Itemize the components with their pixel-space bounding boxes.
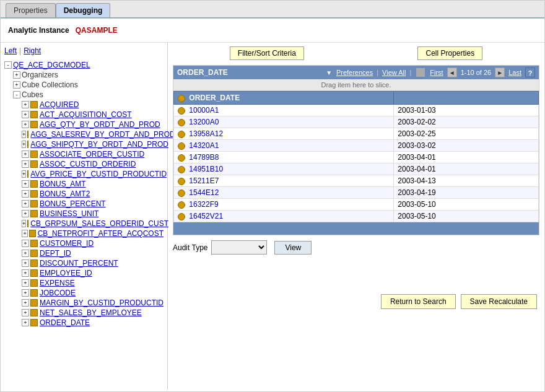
tree-item-bonus-amt2[interactable]: + BONUS_AMT2 (4, 189, 164, 199)
row-id-cell[interactable]: 14951B10 (174, 163, 394, 175)
tree-item-expense[interactable]: + EXPENSE (4, 278, 164, 288)
tree-expand-collections[interactable]: + (13, 81, 20, 89)
row-id-cell[interactable]: 16452V21 (174, 211, 394, 222)
tree-expand-bonus-pct[interactable]: + (22, 200, 29, 207)
tree-expand-organizers[interactable]: + (13, 71, 20, 79)
tree-item-cb-netprofit[interactable]: + CB_NETPROFIT_AFTER_ACQCOST (4, 229, 164, 238)
tree-act-label[interactable]: ACT_ACQUISITION_COST (40, 110, 132, 119)
tree-expand-assoc-cust[interactable]: + (22, 160, 29, 168)
prev-page-button[interactable]: ◄ (447, 68, 457, 77)
tree-item-agg-ship[interactable]: + AGG_SHIPQTY_BY_ORDT_AND_PROD (4, 139, 164, 149)
tree-item-jobcode[interactable]: + JOBCODE (4, 288, 164, 298)
tree-expense-label[interactable]: EXPENSE (40, 279, 75, 287)
row-id-cell[interactable]: 14320A1 (174, 140, 394, 152)
tree-agg-sales-label[interactable]: AGG_SALESREV_BY_ORDT_AND_PROD (30, 130, 175, 139)
tree-item-business-unit[interactable]: + BUSINESS_UNIT (4, 209, 164, 219)
tree-expand-customer-id[interactable]: + (22, 240, 29, 247)
tree-expand-discount-pct[interactable]: + (22, 259, 29, 267)
tree-cb-netprofit-label[interactable]: CB_NETPROFIT_AFTER_ACQCOST (38, 229, 164, 238)
tree-order-date-label[interactable]: ORDER_DATE (40, 318, 90, 327)
tree-item-discount-pct[interactable]: + DISCOUNT_PERCENT (4, 258, 164, 268)
row-id-value[interactable]: 13958A12 (189, 129, 223, 138)
tree-net-sales-label[interactable]: NET_SALES_BY_EMPLOYEE (40, 308, 142, 317)
row-id-value[interactable]: 15211E7 (189, 176, 219, 185)
next-page-button[interactable]: ► (495, 68, 505, 77)
row-id-cell[interactable]: 15211E7 (174, 175, 394, 187)
tree-dept-id-label[interactable]: DEPT_ID (40, 249, 71, 258)
save-recalculate-button[interactable]: Save Recalculate (461, 294, 537, 309)
tree-item-organizers[interactable]: + Organizers (4, 70, 164, 80)
preferences-link[interactable]: Preferences (336, 69, 373, 76)
left-tab[interactable]: Left (4, 46, 17, 55)
tree-item-order-date[interactable]: + ORDER_DATE (4, 318, 164, 328)
tree-item-avg-price[interactable]: + AVG_PRICE_BY_CUSTID_PRODUCTID (4, 169, 164, 179)
tree-expand-cb-netprofit[interactable]: + (22, 230, 28, 237)
tree-expand-cubes[interactable]: - (13, 91, 20, 98)
right-tab[interactable]: Right (24, 46, 41, 55)
tree-expand-business-unit[interactable]: + (22, 210, 29, 217)
tree-expand-bonus-amt[interactable]: + (22, 180, 29, 188)
tree-assoc-order-label[interactable]: ASSOCIATE_ORDER_CUSTID (40, 150, 144, 159)
tree-bonus-amt2-label[interactable]: BONUS_AMT2 (40, 189, 90, 198)
tree-expand-net-sales[interactable]: + (22, 309, 29, 316)
view-all-link[interactable]: View All (382, 69, 406, 76)
tree-jobcode-label[interactable]: JOBCODE (40, 289, 76, 297)
tree-item-margin[interactable]: + MARGIN_BY_CUSTID_PRODUCTID (4, 298, 164, 308)
tree-expand-margin[interactable]: + (22, 299, 29, 307)
tree-expand-order-date[interactable]: + (22, 319, 29, 326)
row-id-value[interactable]: 16322F9 (189, 200, 218, 209)
row-id-value[interactable]: 14951B10 (189, 165, 223, 173)
tree-item-bonus-pct[interactable]: + BONUS_PERCENT (4, 199, 164, 209)
tree-item-assoc-order[interactable]: + ASSOCIATE_ORDER_CUSTID (4, 149, 164, 159)
tree-expand-cb-grpsum[interactable]: + (22, 220, 26, 227)
row-id-cell[interactable]: 10000A1 (174, 105, 394, 116)
tree-item-cube-collections[interactable]: + Cube Collections (4, 80, 164, 90)
tree-item-assoc-cust[interactable]: + ASSOC_CUSTID_ORDERID (4, 159, 164, 169)
row-id-cell[interactable]: 14789B8 (174, 152, 394, 163)
tree-expand-agg-ship[interactable]: + (22, 141, 26, 148)
tree-agg-ship-label[interactable]: AGG_SHIPQTY_BY_ORDT_AND_PROD (30, 140, 168, 149)
tree-expand-jobcode[interactable]: + (22, 289, 29, 297)
tree-item-dept-id[interactable]: + DEPT_ID (4, 248, 164, 258)
tree-item-act[interactable]: + ACT_ACQUISITION_COST (4, 110, 164, 120)
tab-properties[interactable]: Properties (6, 3, 56, 17)
tree-item-agg-sales[interactable]: + AGG_SALESREV_BY_ORDT_AND_PROD (4, 129, 164, 139)
tree-item-cubes[interactable]: - Cubes (4, 90, 164, 100)
tree-margin-label[interactable]: MARGIN_BY_CUSTID_PRODUCTID (40, 298, 164, 307)
view-button[interactable]: View (274, 241, 312, 255)
tree-expand-bonus-amt2[interactable]: + (22, 190, 29, 198)
row-id-cell[interactable]: 13958A12 (174, 128, 394, 140)
tree-expand-employee-id[interactable]: + (22, 269, 29, 277)
row-id-value[interactable]: 14789B8 (189, 153, 219, 162)
tree-discount-pct-label[interactable]: DISCOUNT_PERCENT (40, 259, 118, 268)
tree-item-bonus-amt[interactable]: + BONUS_AMT (4, 179, 164, 189)
tree-bonus-amt-label[interactable]: BONUS_AMT (40, 180, 86, 188)
row-id-cell[interactable]: 16322F9 (174, 199, 394, 211)
tree-agg-qty-label[interactable]: AGG_QTY_BY_ORDT_AND_PROD (40, 120, 160, 129)
tree-expand-agg-qty[interactable]: + (22, 121, 29, 128)
tree-expand-act[interactable]: + (22, 111, 29, 118)
tree-expand-assoc-order[interactable]: + (22, 150, 29, 158)
tree-assoc-cust-label[interactable]: ASSOC_CUSTID_ORDERID (40, 160, 136, 168)
row-id-cell[interactable]: 1544E12 (174, 187, 394, 199)
cell-properties-button[interactable]: Cell Properties (417, 46, 482, 60)
tree-expand-avg-price[interactable]: + (22, 170, 26, 178)
tree-expand-root[interactable]: - (4, 61, 12, 69)
tree-root-label[interactable]: QE_ACE_DGCMODEL (13, 61, 90, 69)
tree-cb-grpsum-label[interactable]: CB_GRPSUM_SALES_ORDERID_CUST (30, 219, 168, 228)
grid-view-icon[interactable] (416, 68, 425, 77)
tree-avg-price-label[interactable]: AVG_PRICE_BY_CUSTID_PRODUCTID (30, 170, 167, 178)
row-id-value[interactable]: 1544E12 (189, 188, 219, 197)
tree-item-employee-id[interactable]: + EMPLOYEE_ID (4, 268, 164, 278)
tree-item-net-sales[interactable]: + NET_SALES_BY_EMPLOYEE (4, 308, 164, 318)
tree-expand-expense[interactable]: + (22, 279, 29, 287)
first-link[interactable]: First (430, 69, 443, 76)
tree-acquired-label[interactable]: ACQUIRED (40, 100, 79, 109)
tree-expand-dept-id[interactable]: + (22, 250, 29, 257)
tree-root[interactable]: - QE_ACE_DGCMODEL (4, 60, 164, 70)
tree-item-agg-qty[interactable]: + AGG_QTY_BY_ORDT_AND_PROD (4, 120, 164, 129)
last-link[interactable]: Last (508, 69, 521, 76)
help-icon[interactable]: ? (525, 68, 535, 77)
return-search-button[interactable]: Return to Search (381, 294, 456, 309)
tree-expand-acquired[interactable]: + (22, 101, 29, 108)
